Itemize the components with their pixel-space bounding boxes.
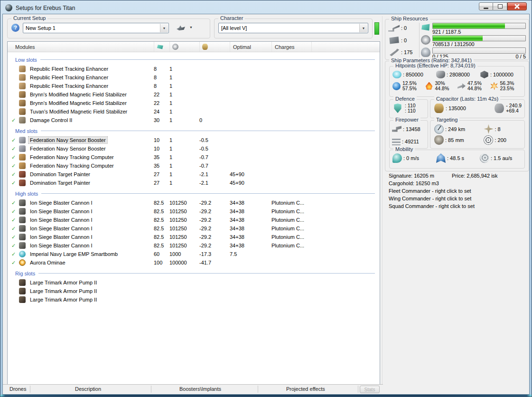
tab-separator [151,386,151,393]
optimal-column-header[interactable]: Optimal [230,42,271,52]
module-name: Republic Fleet Tracking Enhancer [28,83,110,89]
module-row[interactable]: Large Trimark Armor Pump II [8,295,380,304]
capacitor-icon [434,104,444,113]
cpu-column-header[interactable] [154,42,169,52]
fitted-check-icon: ✓ [11,171,19,178]
tab-projected-effects[interactable]: Projected effects [286,386,325,392]
module-row[interactable]: ✓Ion Siege Blaster Cannon I82.5101250-29… [8,216,380,224]
tab-description[interactable]: Description [75,386,101,392]
targeting-range-icon [434,124,444,134]
hardpoints-column: : 0 : 0 : 175 [388,23,419,57]
module-row[interactable]: ✓Federation Navy Tracking Computer351-0.… [8,161,380,170]
module-icon-cell [19,154,28,161]
module-row[interactable]: ✓Federation Navy Sensor Booster101-0.5 [8,144,380,153]
blaster-cannon-icon [19,208,26,215]
fitted-check-icon: ✓ [11,154,19,161]
resources-divider [419,23,420,57]
module-row[interactable]: ✓Domination Target Painter271-2.145+90 [8,179,380,187]
module-name: Federation Navy Tracking Computer [28,154,115,161]
maximize-button[interactable] [493,2,507,10]
module-row[interactable]: ✓Damage Control II3010 [8,116,380,124]
module-row[interactable]: ✓Imperial Navy Large EMP Smartbomb601000… [8,250,380,258]
module-name: Brynn's Modified Magnetic Field Stabiliz… [28,91,128,98]
panel-splitter[interactable] [382,16,383,392]
tab-boosters-implants[interactable]: Boosters\Implants [179,386,221,392]
module-cap-value: -0.7 [199,163,230,169]
module-name: Federation Navy Sensor Booster [28,145,107,152]
module-cpu-value: 27 [154,171,169,177]
module-row[interactable]: ✓Ion Siege Blaster Cannon I82.5101250-29… [8,207,380,216]
module-row[interactable]: ✓Federation Navy Tracking Computer351-0.… [8,153,380,161]
module-cap-value: -29.2 [199,217,230,223]
module-row[interactable]: Republic Fleet Tracking Enhancer81 [8,73,380,82]
fleet-commander-text[interactable]: Fleet Commander - right click to set [389,188,529,196]
module-powergrid-value: 1 [169,171,199,177]
sensor-booster-icon [19,145,26,152]
module-row[interactable]: ✓Ion Siege Blaster Cannon I82.5101250-29… [8,198,380,207]
module-cap-value: -29.2 [199,226,230,231]
structure-hp-icon [480,71,489,78]
ship-menu-dropdown-arrow[interactable]: ▼ [189,26,193,29]
magnetic-stabilizer-icon [19,91,26,98]
tab-drones[interactable]: Drones [9,386,26,392]
capacitor-group: Capacitor (Lasts: 11m 42s) : 135000 - 24… [430,99,525,118]
module-icon-cell [19,108,28,115]
capacitor-column-header[interactable] [199,42,230,52]
cargohold-text: Cargohold: 16250 m3 [389,180,529,188]
ship-menu-button[interactable] [175,23,187,33]
shield-hp-value: : 850000 [403,72,423,77]
defence-label: Defence [393,96,417,102]
module-row[interactable]: ✓Ion Siege Blaster Cannon I82.5101250-29… [8,233,380,241]
slot-group-header: Rig slots [11,269,376,277]
module-row[interactable]: Large Trimark Armor Pump II [8,278,380,287]
module-powergrid-value: 1 [169,180,199,186]
explosive-resist-armor: 23.5% [500,86,514,91]
module-cap-value: -2.1 [199,171,230,177]
module-row[interactable]: Republic Fleet Tracking Enhancer81 [8,65,380,73]
armor-rig-icon [19,288,26,294]
stats-button[interactable]: Stats [360,386,380,393]
module-row[interactable]: ✓Ion Siege Blaster Cannon I82.5101250-29… [8,241,380,250]
sensor-strength-icon [484,135,493,145]
module-row[interactable]: Republic Fleet Tracking Enhancer81 [8,82,380,90]
module-row[interactable]: Brynn's Modified Magnetic Field Stabiliz… [8,99,380,107]
wing-commander-text[interactable]: Wing Commander - right click to set [389,196,529,203]
module-powergrid-value: 1 [169,83,199,89]
tracking-enhancer-icon [19,66,26,72]
titlebar[interactable]: Setups for Erebus Titan [2,2,530,14]
module-row[interactable]: Large Trimark Armor Pump II [8,287,380,295]
module-icon-cell [19,74,28,81]
modules-column-header[interactable]: Modules [11,44,154,50]
module-cap-value: -29.2 [199,200,230,206]
module-row[interactable]: Tuvan's Modified Magnetic Field Stabiliz… [8,107,380,116]
calibration-value: : 175 [401,49,412,55]
minimize-button[interactable] [479,2,493,10]
module-cpu-value: 30 [154,117,169,123]
module-icon-cell [19,66,28,72]
firepower-label: Firepower [393,117,420,123]
module-name: Aurora Ominae [28,259,67,266]
armor-hp-icon [436,71,445,78]
help-icon[interactable]: ? [11,24,19,32]
module-row[interactable]: ✓Federation Navy Sensor Booster101-0.5 [8,136,380,144]
module-powergrid-value: 1 [169,154,199,160]
module-row[interactable]: Brynn's Modified Magnetic Field Stabiliz… [8,90,380,99]
drone-bandwidth-text: 0 / 5 [516,54,526,60]
squad-commander-text[interactable]: Squad Commander - right click to set [389,203,529,211]
setup-select[interactable]: New Setup 1 ▼ [23,23,169,33]
fitted-check-icon: ✓ [11,117,19,123]
module-optimal-value: 45+90 [230,171,271,177]
charges-column-header[interactable]: Charges [271,42,311,52]
module-optimal-value: 45+90 [230,180,271,186]
module-row[interactable]: ✓Ion Siege Blaster Cannon I82.5101250-29… [8,224,380,233]
powergrid-column-header[interactable] [169,42,199,52]
module-row[interactable]: ✓Aurora Ominae100100000-41.7 [8,258,380,267]
align-time-value: : 48.5 s [447,155,464,161]
armor-rig-icon [19,296,26,303]
module-row[interactable]: ✓Domination Target Painter271-2.145+90 [8,170,380,179]
module-cpu-value: 35 [154,163,169,169]
target-painter-icon [19,180,26,186]
character-select[interactable]: [All level V] ▼ [218,23,368,33]
close-button[interactable] [507,2,527,10]
sensor-strength-value: : 200 [495,137,506,143]
